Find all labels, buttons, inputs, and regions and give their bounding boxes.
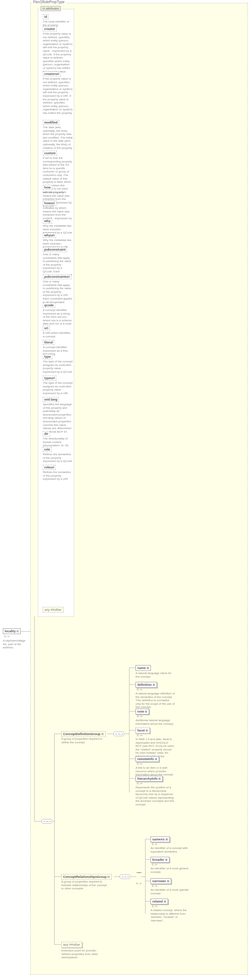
attribute-item: creatorIf the property value is not defi… — [43, 26, 72, 73]
type-name: Flex1RolePropType — [32, 0, 66, 4]
element-desc: An identifier of a more specific concept… — [150, 888, 190, 895]
attribute-name[interactable]: custom — [43, 151, 57, 156]
attribute-name[interactable]: literal — [43, 340, 54, 345]
element-desc: Represents the position of a concept in … — [136, 786, 175, 807]
connector — [129, 684, 136, 685]
connector — [145, 901, 150, 902]
group-concept-relationships[interactable]: ConceptRelationshipsGroup — [61, 874, 112, 880]
connector — [145, 839, 150, 839]
connector — [54, 733, 61, 734]
attribute-name[interactable]: howuri — [43, 200, 56, 206]
group-concept-definition[interactable]: ConceptDefinitionGroup — [61, 731, 106, 737]
connector — [129, 778, 136, 779]
attribute-name[interactable]: qcode — [43, 303, 55, 308]
attribute-item: typeuriThe type of the concept assigned … — [43, 375, 72, 395]
element-definition[interactable]: definition — [136, 682, 157, 687]
element-remoteInfo[interactable]: remoteInfo — [136, 756, 159, 762]
sequence-symbol: •—•—• — [119, 874, 131, 879]
connector — [34, 616, 35, 821]
connector — [54, 877, 61, 877]
element-note[interactable]: note — [136, 709, 149, 714]
element-desc: A link to an item or a web resource whic… — [136, 766, 175, 776]
connector — [54, 944, 61, 945]
occurrence: 0..∞ — [152, 905, 157, 908]
any-attribute: any ##other — [43, 607, 63, 612]
choice-symbol: ••• — [136, 872, 142, 873]
attribute-item: modifiedThe date (and, optionally, the t… — [43, 120, 72, 150]
element-narrower[interactable]: narrower — [150, 878, 171, 884]
attribute-desc: Specifies the language of this property … — [43, 403, 73, 433]
connector — [129, 668, 136, 668]
attribute-name[interactable]: creator — [43, 26, 57, 32]
attribute-desc: The local identifier of the property. — [43, 20, 73, 27]
attribute-desc: The type of the concept assigned as cont… — [43, 381, 73, 395]
attribute-desc: The type of the concept assigned as cont… — [43, 360, 73, 374]
attribute-name[interactable]: xml:lang — [43, 397, 59, 402]
connector — [114, 877, 119, 877]
attribute-name[interactable]: type — [43, 354, 52, 359]
connector — [131, 877, 136, 877]
connector — [53, 821, 55, 821]
attribute-name[interactable]: id — [43, 14, 49, 19]
attribute-item: creatoruriIf the property value is not d… — [43, 72, 72, 115]
attribute-item: pubconstrainturiOne or many constraints … — [43, 274, 72, 307]
element-desc: A natural language definition of the sem… — [136, 692, 175, 709]
connector — [141, 877, 145, 877]
attribute-name[interactable]: roleuri — [43, 465, 55, 470]
attribute-desc: Refines the semantics of the property - … — [43, 471, 73, 481]
element-desc: Additional natural language information … — [136, 719, 175, 725]
connector — [145, 859, 150, 860]
attribute-name[interactable]: typeuri — [43, 375, 56, 380]
attribute-name[interactable]: pubconstraint — [43, 247, 67, 252]
occurrence: 0..∞ — [152, 884, 157, 888]
attribute-name[interactable]: whyuri — [43, 233, 56, 238]
connector — [21, 631, 30, 632]
attribute-name[interactable]: dir — [43, 431, 50, 436]
element-name[interactable]: name — [136, 665, 151, 671]
attribute-name[interactable]: uri — [43, 326, 50, 331]
diagram-canvas: Flex1RolePropType attributes locality 0.… — [0, 0, 250, 980]
attribute-item: qcodeA concept identifier expressed as a… — [43, 303, 72, 326]
attribute-item: typeThe type of the concept assigned as … — [43, 354, 72, 374]
connector — [125, 733, 129, 734]
any-element-desc: Extension point for provider-defined pro… — [61, 949, 104, 959]
attribute-item: roleRefines the semantics of the propert… — [43, 447, 72, 463]
element-desc: An identifier of a concept with equivale… — [150, 846, 190, 853]
attribute-name[interactable]: pubconstrainturi — [43, 274, 71, 279]
attribute-name[interactable]: role — [43, 447, 52, 452]
attribute-desc: A URI which identifies a concept. — [43, 331, 73, 338]
attribute-desc: The date (and, optionally, the time) whe… — [43, 126, 73, 150]
element-sameAs[interactable]: sameAs — [150, 837, 170, 842]
occurrence: 0..∞ — [152, 863, 157, 866]
attribute-desc: If the property value is not defined, sp… — [43, 32, 73, 73]
element-desc: A related concept, where the relationshi… — [150, 908, 190, 922]
connector — [107, 733, 113, 734]
element-related[interactable]: related — [150, 899, 168, 904]
occurrence: 0..∞ — [152, 843, 157, 846]
attribute-name[interactable]: how — [43, 185, 52, 190]
connector — [145, 881, 150, 881]
root-description: A city/town/village etc. part of the add… — [3, 639, 27, 649]
occurrence: 0..∞ — [137, 762, 142, 765]
occurrence: 0..∞ — [137, 733, 142, 737]
connector — [129, 730, 136, 730]
attributes-header[interactable]: attributes — [41, 6, 61, 11]
occurrence: 0..∞ — [137, 715, 142, 718]
element-hierarchyInfo[interactable]: hierarchyInfo — [136, 776, 163, 781]
root-element[interactable]: locality — [3, 628, 21, 634]
connector — [129, 759, 136, 759]
attribute-item: xml:langSpecifies the language of this p… — [43, 397, 72, 433]
element-desc: A natural language name for the concept. — [136, 671, 175, 678]
sequence-symbol: •—•—• — [41, 819, 52, 824]
attribute-name[interactable]: modified — [43, 120, 59, 125]
group-rel-desc: A group of properties required to indica… — [61, 880, 108, 890]
occurrence: 0..∞ — [137, 688, 142, 691]
element-broader[interactable]: broader — [150, 857, 169, 862]
attribute-desc: If the property value is not defined, sp… — [43, 77, 73, 115]
connector — [34, 821, 41, 821]
group-def-desc: A group of properties required to define… — [61, 737, 102, 744]
attribute-name[interactable]: why — [43, 218, 52, 223]
attribute-name[interactable]: creatoruri — [43, 72, 61, 76]
attribute-item: literalA concept identifier expressed as… — [43, 340, 72, 356]
element-facet[interactable]: facet — [136, 728, 150, 733]
